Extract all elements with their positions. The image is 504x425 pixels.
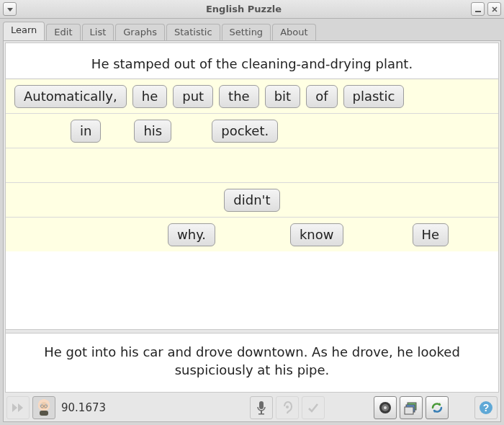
svg-rect-6 bbox=[40, 411, 48, 416]
minimize-button[interactable] bbox=[471, 2, 485, 16]
speaker-icon bbox=[378, 401, 392, 415]
tabstrip: Learn Edit List Graphs Statistic Setting… bbox=[3, 22, 501, 40]
tab-list[interactable]: List bbox=[82, 24, 114, 40]
puzzle-row[interactable] bbox=[6, 148, 498, 182]
tab-statistic[interactable]: Statistic bbox=[166, 24, 220, 40]
person-icon bbox=[35, 399, 53, 416]
word-button[interactable]: Automatically, bbox=[14, 85, 127, 108]
play-forward-icon bbox=[11, 402, 25, 413]
word-button[interactable]: put bbox=[173, 85, 213, 108]
check-icon bbox=[307, 401, 320, 414]
svg-text:?: ? bbox=[483, 402, 490, 413]
svg-point-3 bbox=[41, 403, 47, 409]
context-sentence-top: He stamped out of the cleaning-and-dryin… bbox=[6, 43, 498, 79]
window-body: Learn Edit List Graphs Statistic Setting… bbox=[0, 19, 504, 425]
word-button[interactable]: his bbox=[134, 120, 171, 143]
svg-point-13 bbox=[384, 406, 387, 409]
word-button[interactable]: He bbox=[413, 223, 449, 246]
word-button[interactable]: why. bbox=[168, 223, 215, 246]
microphone-icon bbox=[256, 401, 267, 415]
puzzle-area: Automatically, he put the bit of plastic… bbox=[6, 79, 498, 329]
window-title: English Puzzle bbox=[19, 4, 468, 14]
tab-learn[interactable]: Learn bbox=[3, 22, 45, 40]
puzzle-row[interactable]: Automatically, he put the bit of plastic bbox=[6, 79, 498, 113]
refresh-button[interactable] bbox=[426, 396, 449, 419]
avatar-button[interactable] bbox=[32, 396, 55, 419]
tab-setting[interactable]: Setting bbox=[222, 24, 271, 40]
word-button[interactable]: know bbox=[290, 223, 343, 246]
images-icon bbox=[404, 401, 418, 415]
puzzle-row[interactable]: in his pocket. bbox=[6, 113, 498, 148]
word-button[interactable]: the bbox=[219, 85, 259, 108]
window-menu-button[interactable] bbox=[3, 2, 17, 16]
context-sentence-bottom: He got into his car and drove downtown. … bbox=[6, 334, 498, 392]
content-area: He stamped out of the cleaning-and-dryin… bbox=[5, 42, 499, 393]
ear-icon bbox=[281, 401, 294, 415]
toolbar: 90.1673 bbox=[4, 394, 500, 421]
word-button[interactable]: he bbox=[132, 85, 167, 108]
tab-edit[interactable]: Edit bbox=[46, 24, 80, 40]
svg-rect-9 bbox=[258, 413, 264, 415]
microphone-button[interactable] bbox=[250, 396, 273, 419]
word-button[interactable]: plastic bbox=[343, 85, 405, 108]
speaker-button[interactable] bbox=[374, 396, 397, 419]
images-button[interactable] bbox=[400, 396, 423, 419]
tab-graphs[interactable]: Graphs bbox=[115, 24, 165, 40]
word-button[interactable]: in bbox=[71, 120, 101, 143]
main-panel: He stamped out of the cleaning-and-dryin… bbox=[3, 40, 501, 422]
help-button[interactable]: ? bbox=[474, 396, 498, 419]
word-button[interactable]: of bbox=[306, 85, 337, 108]
word-button[interactable]: pocket. bbox=[212, 120, 278, 143]
svg-rect-7 bbox=[259, 401, 264, 409]
check-button[interactable] bbox=[302, 396, 325, 419]
refresh-icon bbox=[430, 401, 444, 415]
listen-button[interactable] bbox=[276, 396, 299, 419]
svg-rect-16 bbox=[405, 407, 413, 414]
titlebar: English Puzzle bbox=[0, 0, 504, 19]
word-button[interactable]: bit bbox=[265, 85, 300, 108]
svg-rect-0 bbox=[475, 11, 481, 12]
puzzle-row[interactable]: why. know He bbox=[6, 217, 498, 251]
svg-rect-8 bbox=[261, 411, 262, 413]
help-icon: ? bbox=[479, 401, 493, 415]
puzzle-row[interactable]: didn't bbox=[6, 182, 498, 217]
score-value: 90.1673 bbox=[61, 401, 106, 414]
play-button[interactable] bbox=[6, 396, 30, 419]
tab-about[interactable]: About bbox=[272, 24, 315, 40]
word-button[interactable]: didn't bbox=[224, 189, 279, 212]
close-button[interactable] bbox=[487, 2, 501, 16]
svg-point-10 bbox=[286, 406, 289, 408]
